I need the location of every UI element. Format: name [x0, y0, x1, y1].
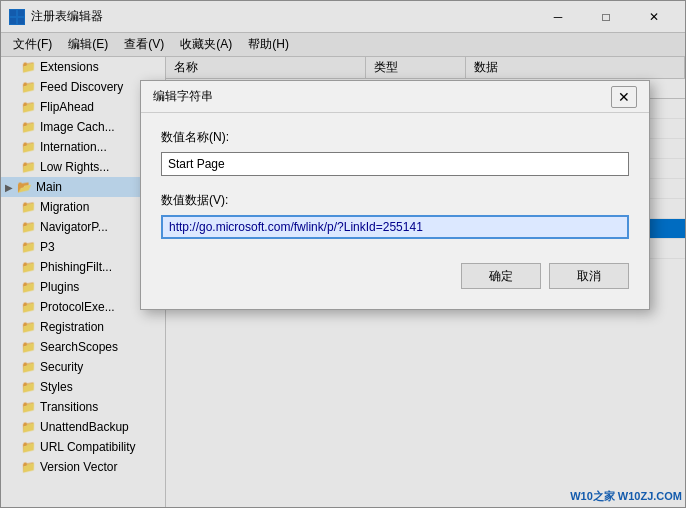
name-input[interactable] — [161, 152, 629, 176]
cancel-button[interactable]: 取消 — [549, 263, 629, 289]
dialog-content: 数值名称(N): 数值数据(V): 确定 取消 — [141, 113, 649, 309]
confirm-button[interactable]: 确定 — [461, 263, 541, 289]
dialog-title-bar: 编辑字符串 ✕ — [141, 81, 649, 113]
dialog-overlay: 编辑字符串 ✕ 数值名称(N): 数值数据(V): 确定 取消 — [0, 0, 686, 508]
dialog-close-button[interactable]: ✕ — [611, 86, 637, 108]
data-label: 数值数据(V): — [161, 192, 629, 209]
data-input[interactable] — [161, 215, 629, 239]
dialog-title: 编辑字符串 — [153, 88, 611, 105]
dialog-buttons: 确定 取消 — [161, 263, 629, 289]
name-label: 数值名称(N): — [161, 129, 629, 146]
edit-string-dialog: 编辑字符串 ✕ 数值名称(N): 数值数据(V): 确定 取消 — [140, 80, 650, 310]
